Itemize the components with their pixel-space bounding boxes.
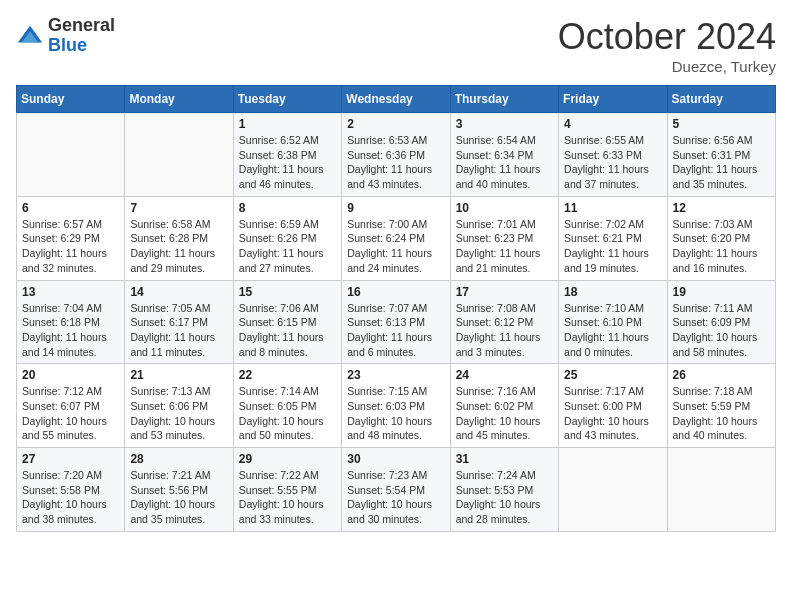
day-info: Sunrise: 7:20 AMSunset: 5:58 PMDaylight:… <box>22 468 119 527</box>
day-info: Sunrise: 7:18 AMSunset: 5:59 PMDaylight:… <box>673 384 770 443</box>
day-number: 11 <box>564 201 661 215</box>
calendar-cell: 18Sunrise: 7:10 AMSunset: 6:10 PMDayligh… <box>559 280 667 364</box>
day-number: 29 <box>239 452 336 466</box>
calendar-cell: 11Sunrise: 7:02 AMSunset: 6:21 PMDayligh… <box>559 196 667 280</box>
day-number: 24 <box>456 368 553 382</box>
calendar-cell: 24Sunrise: 7:16 AMSunset: 6:02 PMDayligh… <box>450 364 558 448</box>
calendar-cell: 26Sunrise: 7:18 AMSunset: 5:59 PMDayligh… <box>667 364 775 448</box>
calendar-cell: 14Sunrise: 7:05 AMSunset: 6:17 PMDayligh… <box>125 280 233 364</box>
weekday-header-tuesday: Tuesday <box>233 86 341 113</box>
weekday-header-row: SundayMondayTuesdayWednesdayThursdayFrid… <box>17 86 776 113</box>
calendar-cell: 25Sunrise: 7:17 AMSunset: 6:00 PMDayligh… <box>559 364 667 448</box>
calendar-cell: 31Sunrise: 7:24 AMSunset: 5:53 PMDayligh… <box>450 448 558 532</box>
calendar-cell: 13Sunrise: 7:04 AMSunset: 6:18 PMDayligh… <box>17 280 125 364</box>
day-info: Sunrise: 7:04 AMSunset: 6:18 PMDaylight:… <box>22 301 119 360</box>
day-number: 17 <box>456 285 553 299</box>
day-info: Sunrise: 7:08 AMSunset: 6:12 PMDaylight:… <box>456 301 553 360</box>
calendar-cell <box>17 113 125 197</box>
day-info: Sunrise: 7:23 AMSunset: 5:54 PMDaylight:… <box>347 468 444 527</box>
calendar-cell: 23Sunrise: 7:15 AMSunset: 6:03 PMDayligh… <box>342 364 450 448</box>
weekday-header-sunday: Sunday <box>17 86 125 113</box>
calendar-cell <box>559 448 667 532</box>
calendar-cell: 8Sunrise: 6:59 AMSunset: 6:26 PMDaylight… <box>233 196 341 280</box>
day-number: 7 <box>130 201 227 215</box>
calendar-table: SundayMondayTuesdayWednesdayThursdayFrid… <box>16 85 776 532</box>
day-number: 26 <box>673 368 770 382</box>
day-number: 27 <box>22 452 119 466</box>
calendar-cell: 27Sunrise: 7:20 AMSunset: 5:58 PMDayligh… <box>17 448 125 532</box>
title-area: October 2024 Duezce, Turkey <box>558 16 776 75</box>
day-info: Sunrise: 6:57 AMSunset: 6:29 PMDaylight:… <box>22 217 119 276</box>
day-info: Sunrise: 7:12 AMSunset: 6:07 PMDaylight:… <box>22 384 119 443</box>
day-number: 18 <box>564 285 661 299</box>
calendar-cell: 3Sunrise: 6:54 AMSunset: 6:34 PMDaylight… <box>450 113 558 197</box>
logo-icon <box>16 22 44 50</box>
weekday-header-monday: Monday <box>125 86 233 113</box>
logo: General Blue <box>16 16 115 56</box>
day-info: Sunrise: 6:59 AMSunset: 6:26 PMDaylight:… <box>239 217 336 276</box>
calendar-cell: 6Sunrise: 6:57 AMSunset: 6:29 PMDaylight… <box>17 196 125 280</box>
day-number: 14 <box>130 285 227 299</box>
weekday-header-friday: Friday <box>559 86 667 113</box>
day-number: 9 <box>347 201 444 215</box>
calendar-cell: 30Sunrise: 7:23 AMSunset: 5:54 PMDayligh… <box>342 448 450 532</box>
day-number: 1 <box>239 117 336 131</box>
day-number: 28 <box>130 452 227 466</box>
day-number: 13 <box>22 285 119 299</box>
logo-blue-text: Blue <box>48 36 115 56</box>
day-number: 31 <box>456 452 553 466</box>
calendar-cell <box>125 113 233 197</box>
day-info: Sunrise: 7:21 AMSunset: 5:56 PMDaylight:… <box>130 468 227 527</box>
day-info: Sunrise: 7:17 AMSunset: 6:00 PMDaylight:… <box>564 384 661 443</box>
day-info: Sunrise: 7:24 AMSunset: 5:53 PMDaylight:… <box>456 468 553 527</box>
day-info: Sunrise: 7:07 AMSunset: 6:13 PMDaylight:… <box>347 301 444 360</box>
day-info: Sunrise: 7:15 AMSunset: 6:03 PMDaylight:… <box>347 384 444 443</box>
calendar-cell: 16Sunrise: 7:07 AMSunset: 6:13 PMDayligh… <box>342 280 450 364</box>
day-info: Sunrise: 7:05 AMSunset: 6:17 PMDaylight:… <box>130 301 227 360</box>
calendar-cell: 15Sunrise: 7:06 AMSunset: 6:15 PMDayligh… <box>233 280 341 364</box>
calendar-header: SundayMondayTuesdayWednesdayThursdayFrid… <box>17 86 776 113</box>
day-info: Sunrise: 6:55 AMSunset: 6:33 PMDaylight:… <box>564 133 661 192</box>
day-number: 12 <box>673 201 770 215</box>
day-number: 15 <box>239 285 336 299</box>
calendar-cell: 9Sunrise: 7:00 AMSunset: 6:24 PMDaylight… <box>342 196 450 280</box>
day-info: Sunrise: 7:22 AMSunset: 5:55 PMDaylight:… <box>239 468 336 527</box>
day-number: 23 <box>347 368 444 382</box>
calendar-cell: 17Sunrise: 7:08 AMSunset: 6:12 PMDayligh… <box>450 280 558 364</box>
day-info: Sunrise: 7:02 AMSunset: 6:21 PMDaylight:… <box>564 217 661 276</box>
calendar-week-row: 1Sunrise: 6:52 AMSunset: 6:38 PMDaylight… <box>17 113 776 197</box>
calendar-cell: 7Sunrise: 6:58 AMSunset: 6:28 PMDaylight… <box>125 196 233 280</box>
calendar-cell: 19Sunrise: 7:11 AMSunset: 6:09 PMDayligh… <box>667 280 775 364</box>
day-number: 22 <box>239 368 336 382</box>
month-title: October 2024 <box>558 16 776 58</box>
calendar-body: 1Sunrise: 6:52 AMSunset: 6:38 PMDaylight… <box>17 113 776 532</box>
calendar-cell <box>667 448 775 532</box>
weekday-header-thursday: Thursday <box>450 86 558 113</box>
day-number: 19 <box>673 285 770 299</box>
logo-text: General Blue <box>48 16 115 56</box>
calendar-week-row: 27Sunrise: 7:20 AMSunset: 5:58 PMDayligh… <box>17 448 776 532</box>
calendar-cell: 20Sunrise: 7:12 AMSunset: 6:07 PMDayligh… <box>17 364 125 448</box>
calendar-cell: 21Sunrise: 7:13 AMSunset: 6:06 PMDayligh… <box>125 364 233 448</box>
day-info: Sunrise: 7:06 AMSunset: 6:15 PMDaylight:… <box>239 301 336 360</box>
calendar-week-row: 6Sunrise: 6:57 AMSunset: 6:29 PMDaylight… <box>17 196 776 280</box>
day-info: Sunrise: 7:14 AMSunset: 6:05 PMDaylight:… <box>239 384 336 443</box>
day-number: 4 <box>564 117 661 131</box>
calendar-week-row: 13Sunrise: 7:04 AMSunset: 6:18 PMDayligh… <box>17 280 776 364</box>
day-number: 21 <box>130 368 227 382</box>
calendar-cell: 2Sunrise: 6:53 AMSunset: 6:36 PMDaylight… <box>342 113 450 197</box>
day-number: 6 <box>22 201 119 215</box>
page-header: General Blue October 2024 Duezce, Turkey <box>16 16 776 75</box>
weekday-header-saturday: Saturday <box>667 86 775 113</box>
day-number: 3 <box>456 117 553 131</box>
calendar-cell: 4Sunrise: 6:55 AMSunset: 6:33 PMDaylight… <box>559 113 667 197</box>
day-info: Sunrise: 7:01 AMSunset: 6:23 PMDaylight:… <box>456 217 553 276</box>
weekday-header-wednesday: Wednesday <box>342 86 450 113</box>
calendar-cell: 10Sunrise: 7:01 AMSunset: 6:23 PMDayligh… <box>450 196 558 280</box>
day-info: Sunrise: 7:13 AMSunset: 6:06 PMDaylight:… <box>130 384 227 443</box>
day-number: 16 <box>347 285 444 299</box>
day-info: Sunrise: 6:53 AMSunset: 6:36 PMDaylight:… <box>347 133 444 192</box>
day-number: 5 <box>673 117 770 131</box>
day-number: 2 <box>347 117 444 131</box>
calendar-cell: 29Sunrise: 7:22 AMSunset: 5:55 PMDayligh… <box>233 448 341 532</box>
